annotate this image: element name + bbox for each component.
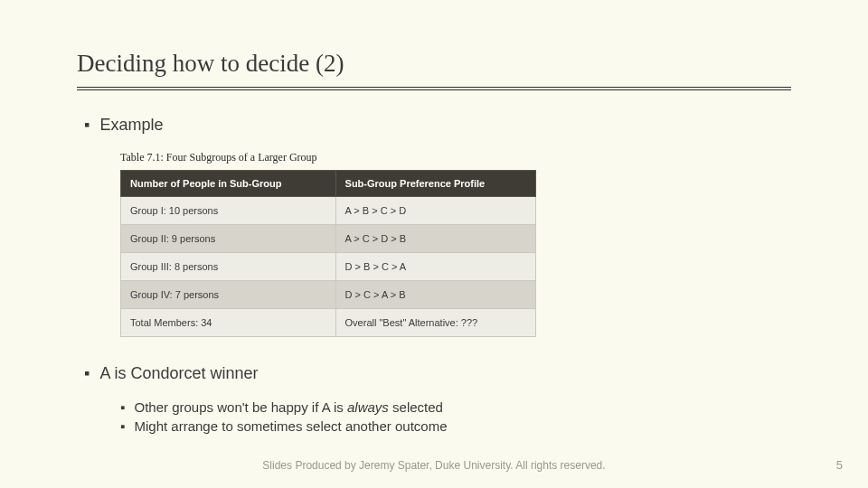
slide: Deciding how to decide (2) Example Table… bbox=[0, 0, 868, 488]
col-header-number: Number of People in Sub-Group bbox=[121, 171, 336, 197]
cell: A > B > C > D bbox=[335, 197, 535, 225]
table-row: Group II: 9 persons A > C > D > B bbox=[121, 225, 536, 253]
table-container: Table 7.1: Four Subgroups of a Larger Gr… bbox=[120, 151, 536, 337]
col-header-profile: Sub-Group Preference Profile bbox=[335, 171, 535, 197]
table-row: Total Members: 34 Overall "Best" Alterna… bbox=[121, 309, 536, 337]
slide-title: Deciding how to decide (2) bbox=[77, 50, 791, 90]
sub1-post: selected bbox=[389, 399, 443, 415]
bullet-sub2: Might arrange to sometimes select anothe… bbox=[120, 418, 791, 434]
table-row: Group III: 8 persons D > B > C > A bbox=[121, 253, 536, 281]
subgroup-table: Number of People in Sub-Group Sub-Group … bbox=[120, 170, 536, 337]
cell: Group II: 9 persons bbox=[121, 225, 336, 253]
winner-section: A is Condorcet winner Other groups won't… bbox=[77, 364, 791, 434]
footer-text: Slides Produced by Jeremy Spater, Duke U… bbox=[0, 459, 868, 472]
cell: Group IV: 7 persons bbox=[121, 281, 336, 309]
cell: Group III: 8 persons bbox=[121, 253, 336, 281]
winner-text-pre: A is bbox=[99, 364, 130, 382]
bullet-example: Example bbox=[84, 116, 791, 135]
winner-text-post: Condorcet winner bbox=[130, 364, 258, 382]
sub1-italic: always bbox=[347, 399, 389, 415]
cell: Total Members: 34 bbox=[121, 309, 336, 337]
table-caption: Table 7.1: Four Subgroups of a Larger Gr… bbox=[120, 151, 536, 164]
table-row: Group I: 10 persons A > B > C > D bbox=[121, 197, 536, 225]
cell: Group I: 10 persons bbox=[121, 197, 336, 225]
sub1-pre: Other groups won't be happy if A is bbox=[135, 399, 348, 415]
page-number: 5 bbox=[836, 458, 843, 472]
table-header-row: Number of People in Sub-Group Sub-Group … bbox=[121, 171, 536, 197]
table-row: Group IV: 7 persons D > C > A > B bbox=[121, 281, 536, 309]
cell: D > B > C > A bbox=[335, 253, 535, 281]
cell: Overall "Best" Alternative: ??? bbox=[335, 309, 535, 337]
cell: A > C > D > B bbox=[335, 225, 535, 253]
bullet-sub1: Other groups won't be happy if A is alwa… bbox=[120, 399, 791, 415]
cell: D > C > A > B bbox=[335, 281, 535, 309]
bullet-winner: A is Condorcet winner bbox=[84, 364, 791, 383]
